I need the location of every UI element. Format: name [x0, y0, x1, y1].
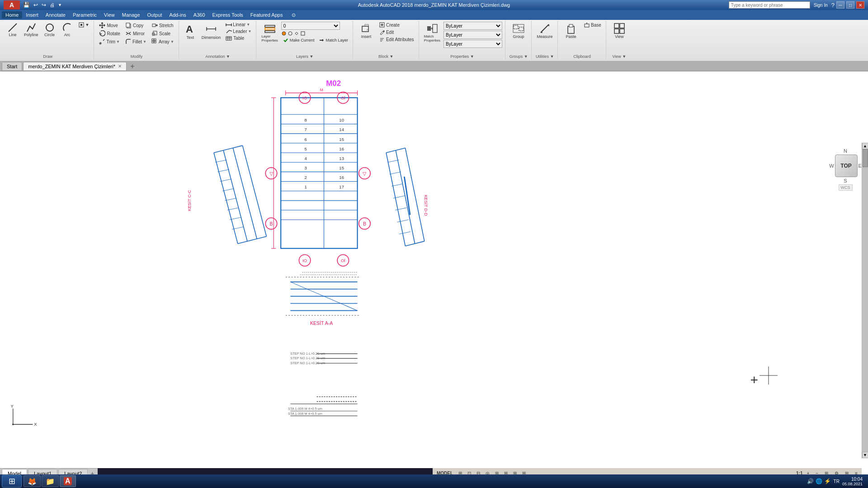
taskbar-explorer[interactable]: 📁	[42, 475, 59, 487]
svg-text:▽: ▽	[363, 171, 367, 176]
qat-save[interactable]: 💾	[22, 2, 31, 8]
rotate-button[interactable]: Rotate	[97, 30, 122, 37]
linetype-dropdown[interactable]: ByLayer	[443, 31, 502, 39]
text-button[interactable]: A Text	[182, 22, 198, 41]
insert-button[interactable]: Insert	[356, 22, 376, 40]
mirror-button[interactable]: Mirror	[123, 30, 148, 37]
edit-attributes-button[interactable]: Edit Attributes	[377, 36, 416, 42]
drawing-area[interactable]: M02 8 7 6 5 4 3 2	[0, 71, 868, 478]
scroll-thumb[interactable]	[863, 149, 868, 167]
color-dropdown[interactable]: ByLayer	[443, 22, 502, 30]
win-minimize[interactable]: ─	[836, 1, 844, 9]
menu-home[interactable]: Home	[2, 11, 22, 19]
arc-button[interactable]: Arc	[59, 22, 75, 38]
menu-insert[interactable]: Insert	[22, 11, 42, 19]
ribbon-group-block: Insert Create Edit Edit Attributes	[354, 21, 419, 60]
base-button[interactable]: Base	[582, 22, 603, 28]
lineweight-dropdown[interactable]: ByLayer	[443, 40, 502, 48]
trim-button[interactable]: Trim▼	[97, 38, 122, 45]
utilities-group-label: Utilities ▼	[536, 53, 554, 59]
block-group-label: Block ▼	[378, 53, 393, 59]
match-layer-button[interactable]: Match Layer	[317, 37, 350, 43]
svg-point-1	[46, 24, 53, 31]
viewcube-top[interactable]: TOP	[835, 155, 858, 177]
svg-rect-8	[126, 23, 130, 27]
svg-rect-13	[152, 39, 154, 41]
match-properties-button[interactable]: MatchProperties	[422, 22, 442, 43]
menu-addins[interactable]: Add-ins	[166, 11, 190, 19]
help-icon[interactable]: ?	[831, 2, 835, 9]
svg-text:KESİT C-C: KESİT C-C	[187, 190, 192, 211]
view-group-label: View ▼	[613, 53, 627, 59]
svg-text:3: 3	[305, 165, 307, 170]
edit-button[interactable]: Edit	[377, 29, 416, 35]
menu-manage[interactable]: Manage	[118, 11, 144, 19]
language-indicator: TR	[834, 479, 840, 484]
win-close[interactable]: ✕	[856, 1, 864, 9]
svg-rect-57	[614, 29, 619, 33]
menu-a360[interactable]: A360	[190, 11, 209, 19]
viewcube-west: W	[829, 163, 834, 169]
view-button[interactable]: View	[609, 22, 629, 40]
svg-rect-46	[513, 24, 524, 33]
layer-dropdown[interactable]: 0	[281, 22, 340, 30]
group-button[interactable]: Group	[509, 22, 528, 40]
qat-print[interactable]: 🖨	[48, 2, 56, 8]
svg-line-0	[9, 23, 17, 32]
svg-rect-35	[362, 26, 368, 32]
doctab-current[interactable]: merdo_ZEMIN KAT Merdiven Çizimleri* ✕	[23, 62, 127, 71]
make-current-button[interactable]: Make Current	[281, 37, 316, 43]
svg-text:STA 1-006 M 4>0.5 um: STA 1-006 M 4>0.5 um	[288, 412, 322, 416]
svg-text:15: 15	[339, 137, 344, 142]
polyline-button[interactable]: Polyline	[22, 22, 40, 38]
menu-express[interactable]: Express Tools	[209, 11, 247, 19]
dimension-button[interactable]: Dimension	[200, 22, 223, 41]
menu-parametric[interactable]: Parametric	[69, 11, 100, 19]
paste-button[interactable]: Paste	[561, 22, 581, 40]
vertical-scrollbar[interactable]: ▲ ▼	[862, 143, 868, 458]
new-tab-button[interactable]: +	[127, 62, 137, 71]
win-restore[interactable]: □	[846, 1, 854, 9]
leader-button[interactable]: Leader▼	[224, 28, 253, 34]
menu-custom[interactable]: ⊙	[288, 11, 299, 19]
menu-annotate[interactable]: Annotate	[42, 11, 69, 19]
sign-in[interactable]: Sign In	[812, 3, 830, 8]
taskbar-firefox[interactable]: 🦊	[24, 475, 41, 487]
scale-button[interactable]: Scale	[150, 30, 176, 37]
array-button[interactable]: Array▼	[150, 38, 176, 45]
create-button[interactable]: Create	[377, 22, 416, 28]
ucs-icon: X Y	[9, 397, 41, 428]
ribbon-group-clipboard: Paste Base Clipboard	[558, 21, 606, 60]
qat-more[interactable]: ▼	[57, 3, 63, 7]
search-input[interactable]	[729, 1, 810, 9]
draw-more-button[interactable]: ▼	[77, 22, 91, 28]
qat-undo[interactable]: ↩	[32, 2, 39, 8]
view-cube[interactable]: N W TOP E S WCS	[827, 148, 863, 191]
table-button[interactable]: Table	[224, 35, 253, 41]
measure-button[interactable]: Measure	[535, 22, 555, 40]
linear-button[interactable]: Linear▼	[224, 22, 253, 28]
taskbar-autocad[interactable]: A	[60, 475, 76, 487]
qat-redo[interactable]: ↪	[40, 2, 47, 8]
fillet-button[interactable]: Fillet▼	[123, 38, 148, 45]
layer-properties-button[interactable]: LayerProperties	[259, 22, 279, 43]
stretch-button[interactable]: Stretch	[150, 22, 176, 29]
clock: 10:04 05.08.2021	[842, 477, 863, 486]
ribbon: Line Polyline Circle	[0, 20, 868, 61]
line-button[interactable]: Line	[5, 22, 21, 38]
circle-button[interactable]: Circle	[42, 22, 58, 38]
svg-rect-24	[226, 37, 231, 40]
move-button[interactable]: Move	[97, 22, 122, 29]
svg-text:B: B	[363, 221, 366, 226]
doctab-start[interactable]: Start	[2, 62, 22, 71]
scroll-down-btn[interactable]: ▼	[862, 452, 868, 458]
menu-view[interactable]: View	[100, 11, 118, 19]
menu-featured[interactable]: Featured Apps	[247, 11, 287, 19]
menu-output[interactable]: Output	[144, 11, 166, 19]
copy-button[interactable]: Copy	[123, 22, 148, 29]
viewcube-wcs[interactable]: WCS	[839, 184, 853, 191]
viewcube-north: N	[844, 148, 847, 154]
start-button[interactable]: ⊞	[2, 475, 22, 488]
scroll-up-btn[interactable]: ▲	[862, 143, 868, 149]
doctab-close[interactable]: ✕	[118, 64, 122, 69]
